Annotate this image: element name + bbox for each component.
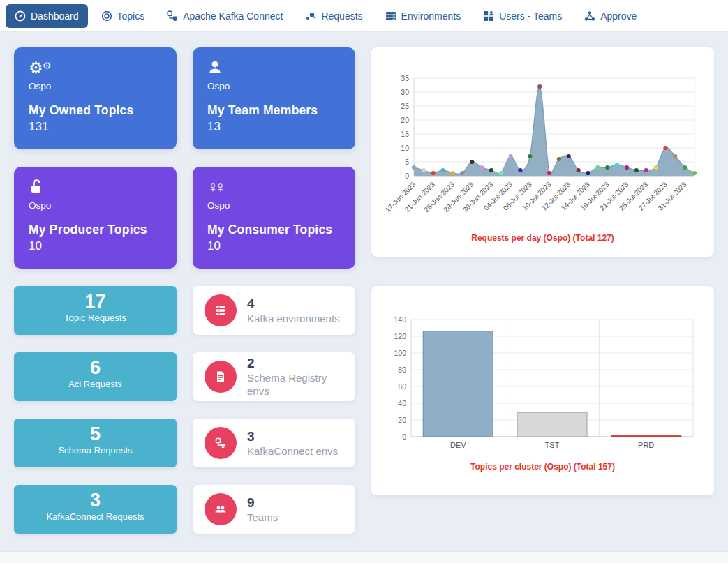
- column-middle: Ospo My Team Members 13 ♀♀ Ospo My Consu…: [193, 47, 355, 551]
- server-icon: [205, 294, 237, 326]
- card-kafka-environments[interactable]: 4 Kafka environments: [193, 286, 355, 335]
- svg-text:DEV: DEV: [450, 441, 466, 449]
- svg-text:20: 20: [401, 116, 409, 124]
- svg-text:40: 40: [398, 399, 406, 407]
- approve-icon: [584, 10, 595, 22]
- stat-value: 131: [29, 120, 162, 134]
- svg-text:0: 0: [402, 433, 406, 441]
- request-label: Schema Requests: [14, 445, 177, 456]
- requests-per-day-chart-card: 0510152025303517-Jun-202321-Jun-202326-J…: [371, 47, 714, 257]
- column-charts: 0510152025303517-Jun-202321-Jun-202326-J…: [371, 47, 714, 551]
- nav-item-label: Requests: [321, 10, 362, 22]
- top-navbar: Dashboard Topics Apache Kafka Connect Re…: [0, 0, 728, 32]
- env-label: Kafka environments: [247, 312, 340, 325]
- env-count: 4: [247, 296, 340, 312]
- stat-title: My Consumer Topics: [207, 223, 341, 237]
- nav-item-users-teams[interactable]: Users - Teams: [474, 4, 571, 28]
- nav-item-requests[interactable]: Requests: [296, 4, 371, 28]
- gears-icon: ⚙⚙: [29, 59, 162, 77]
- column-left: ⚙⚙ Ospo My Owned Topics 131 Ospo My Prod…: [14, 47, 177, 551]
- svg-text:80: 80: [398, 366, 406, 374]
- users-teams-icon: [483, 10, 494, 22]
- request-count: 6: [14, 357, 177, 378]
- svg-text:120: 120: [394, 332, 406, 340]
- consumers-icon: ♀♀: [207, 179, 341, 197]
- footer: [0, 551, 728, 563]
- topics-per-cluster-chart-card: 020406080100120140DEVTSTPRD Topics per c…: [371, 286, 714, 495]
- nav-item-kafka-connect[interactable]: Apache Kafka Connect: [158, 4, 292, 28]
- environments-icon: [385, 10, 396, 22]
- team-label: Ospo: [29, 81, 162, 91]
- card-my-producer-topics[interactable]: Ospo My Producer Topics 10: [14, 167, 177, 269]
- svg-text:100: 100: [394, 349, 406, 357]
- stat-value: 10: [29, 239, 162, 253]
- stat-title: My Team Members: [207, 103, 341, 118]
- requests-chart-title: Requests per day (Ospo) (Total 127): [382, 233, 704, 243]
- unlock-icon: [29, 179, 162, 197]
- svg-text:60: 60: [398, 382, 406, 391]
- svg-text:140: 140: [394, 315, 406, 324]
- svg-text:35: 35: [401, 74, 409, 82]
- nav-item-topics[interactable]: Topics: [92, 4, 154, 28]
- card-my-team-members[interactable]: Ospo My Team Members 13: [193, 47, 355, 149]
- topics-per-cluster-chart: 020406080100120140DEVTSTPRD: [382, 296, 701, 458]
- env-label: KafkaConnect envs: [247, 444, 338, 458]
- card-topic-requests[interactable]: 17 Topic Requests: [14, 286, 177, 335]
- svg-text:0: 0: [405, 172, 409, 180]
- card-acl-requests[interactable]: 6 Acl Requests: [14, 352, 177, 401]
- nav-item-label: Topics: [117, 10, 145, 22]
- card-my-consumer-topics[interactable]: ♀♀ Ospo My Consumer Topics 10: [193, 167, 355, 269]
- svg-text:30: 30: [401, 88, 409, 96]
- stat-title: My Owned Topics: [29, 103, 162, 118]
- kafka-connect-icon: [167, 10, 178, 22]
- env-label: Schema Registry envs: [247, 371, 343, 398]
- team-label: Ospo: [207, 81, 341, 91]
- requests-per-day-chart: 0510152025303517-Jun-202321-Jun-202326-J…: [382, 57, 701, 229]
- stat-value: 13: [207, 120, 341, 134]
- request-count: 5: [14, 423, 177, 444]
- person-icon: [207, 59, 341, 77]
- card-kafkaconnect-envs[interactable]: 3 KafkaConnect envs: [193, 419, 355, 467]
- dashboard-content: ⚙⚙ Ospo My Owned Topics 131 Ospo My Prod…: [0, 32, 728, 551]
- card-kafkaconnect-requests[interactable]: 3 KafkaConnect Requests: [14, 485, 177, 534]
- card-schema-requests[interactable]: 5 Schema Requests: [14, 419, 177, 467]
- env-label: Teams: [247, 511, 278, 524]
- nav-item-label: Apache Kafka Connect: [183, 10, 283, 22]
- request-label: Acl Requests: [14, 379, 177, 389]
- team-label: Ospo: [29, 200, 162, 211]
- svg-text:10: 10: [401, 144, 409, 152]
- svg-text:15: 15: [401, 130, 409, 138]
- nav-item-label: Approve: [600, 10, 637, 22]
- request-label: Topic Requests: [14, 313, 177, 323]
- svg-text:25: 25: [401, 102, 409, 110]
- document-icon: [205, 361, 237, 393]
- svg-text:PRD: PRD: [638, 441, 654, 449]
- topics-chart-title: Topics per cluster (Ospo) (Total 157): [382, 462, 704, 472]
- topics-icon: [101, 10, 112, 22]
- card-teams[interactable]: 9 Teams: [193, 485, 355, 534]
- stat-value: 10: [207, 239, 341, 253]
- request-count: 17: [14, 291, 177, 312]
- svg-text:5: 5: [405, 158, 409, 166]
- stat-title: My Producer Topics: [29, 223, 162, 237]
- team-label: Ospo: [207, 200, 341, 211]
- request-count: 3: [14, 490, 177, 511]
- card-my-owned-topics[interactable]: ⚙⚙ Ospo My Owned Topics 131: [14, 47, 177, 149]
- card-schema-registry-envs[interactable]: 2 Schema Registry envs: [193, 352, 355, 401]
- request-label: KafkaConnect Requests: [14, 511, 177, 522]
- env-count: 2: [247, 356, 343, 371]
- connect-icon: [205, 427, 237, 459]
- nav-item-label: Environments: [401, 10, 461, 22]
- nav-item-environments[interactable]: Environments: [376, 4, 470, 28]
- dashboard-icon: [15, 10, 26, 22]
- svg-text:TST: TST: [545, 441, 560, 449]
- people-icon: [205, 493, 237, 525]
- nav-item-label: Dashboard: [31, 10, 79, 22]
- nav-item-dashboard[interactable]: Dashboard: [6, 4, 88, 28]
- svg-text:20: 20: [398, 416, 406, 424]
- nav-item-approve[interactable]: Approve: [575, 4, 646, 28]
- env-count: 9: [247, 495, 278, 511]
- env-count: 3: [247, 429, 338, 444]
- nav-item-label: Users - Teams: [499, 10, 562, 22]
- requests-icon: [305, 10, 316, 22]
